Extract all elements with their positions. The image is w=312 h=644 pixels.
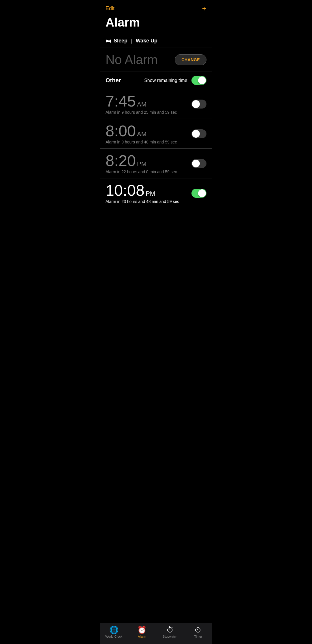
sleep-label: Sleep <box>114 38 127 44</box>
alarm-item[interactable]: 8:20 PM Alarm in 22 hours and 0 min and … <box>100 149 212 178</box>
alarm-info: 10:08 PM Alarm in 23 hours and 48 min an… <box>106 182 191 204</box>
sleep-header: 🛏 Sleep | Wake Up <box>106 38 206 44</box>
show-remaining-toggle[interactable] <box>191 76 206 85</box>
page-title: Alarm <box>100 14 212 34</box>
alarm-time-row: 8:20 PM <box>106 153 191 168</box>
alarm-toggle[interactable] <box>191 189 206 198</box>
toggle-thumb <box>192 160 200 167</box>
edit-button[interactable]: Edit <box>106 5 114 12</box>
alarm-ampm: AM <box>137 130 146 138</box>
alarm-toggle[interactable] <box>191 159 206 168</box>
alarm-list: 7:45 AM Alarm in 9 hours and 25 min and … <box>100 89 212 208</box>
alarm-info: 8:20 PM Alarm in 22 hours and 0 min and … <box>106 153 191 174</box>
sleep-divider: | <box>131 38 132 44</box>
alarm-remaining: Alarm in 22 hours and 0 min and 59 sec <box>106 169 191 174</box>
alarm-info: 7:45 AM Alarm in 9 hours and 25 min and … <box>106 93 191 115</box>
bed-icon: 🛏 <box>106 38 111 44</box>
sleep-wakeup-section: 🛏 Sleep | Wake Up <box>100 34 212 48</box>
other-label: Other <box>106 77 121 84</box>
show-remaining-text: Show remaining time: <box>144 78 189 83</box>
alarm-ampm: PM <box>146 190 155 197</box>
alarm-toggle[interactable] <box>191 100 206 109</box>
toggle-thumb <box>192 100 200 108</box>
show-remaining-container: Show remaining time: <box>144 76 206 85</box>
alarm-ampm: PM <box>137 160 146 168</box>
alarm-time-row: 8:00 AM <box>106 123 191 139</box>
alarm-remaining: Alarm in 23 hours and 48 min and 59 sec <box>106 199 191 204</box>
wakeup-label: Wake Up <box>136 38 157 44</box>
alarm-ampm: AM <box>137 101 146 108</box>
alarm-time: 8:00 <box>106 123 136 139</box>
alarm-time: 10:08 <box>106 182 144 198</box>
add-alarm-button[interactable]: + <box>202 5 206 12</box>
toggle-thumb <box>198 76 206 84</box>
header: Edit + <box>100 0 212 14</box>
alarm-info: 8:00 AM Alarm in 9 hours and 40 min and … <box>106 123 191 144</box>
alarm-time-row: 7:45 AM <box>106 93 191 109</box>
alarm-item[interactable]: 8:00 AM Alarm in 9 hours and 40 min and … <box>100 119 212 149</box>
change-button[interactable]: CHANGE <box>175 54 206 65</box>
no-alarm-row: No Alarm CHANGE <box>100 48 212 72</box>
alarm-item[interactable]: 7:45 AM Alarm in 9 hours and 25 min and … <box>100 89 212 119</box>
other-section: Other Show remaining time: <box>100 72 212 89</box>
no-alarm-text: No Alarm <box>106 53 158 67</box>
alarm-time: 8:20 <box>106 153 136 168</box>
alarm-time-row: 10:08 PM <box>106 182 191 198</box>
alarm-item[interactable]: 10:08 PM Alarm in 23 hours and 48 min an… <box>100 178 212 208</box>
toggle-thumb <box>192 130 200 138</box>
toggle-thumb <box>198 189 206 197</box>
alarm-time: 7:45 <box>106 93 136 109</box>
alarm-remaining: Alarm in 9 hours and 25 min and 59 sec <box>106 110 191 115</box>
alarm-toggle[interactable] <box>191 129 206 138</box>
alarm-remaining: Alarm in 9 hours and 40 min and 59 sec <box>106 140 191 144</box>
